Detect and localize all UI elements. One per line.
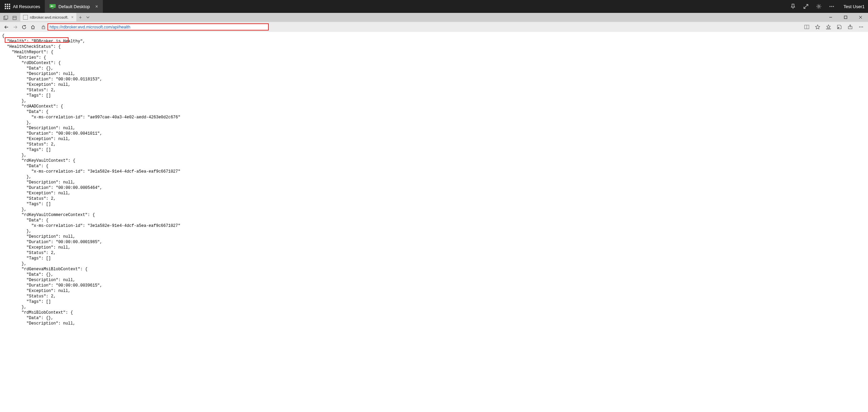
svg-rect-3 [5, 6, 6, 7]
json-response-body: { "Health": "RDBroker is Healthy", "Heal… [0, 32, 868, 328]
rd-tab-all-resources[interactable]: All Resources [0, 0, 45, 13]
rd-bar-right: Test User1 [790, 0, 868, 13]
apps-grid-icon [5, 4, 10, 9]
page-viewport[interactable]: { "Health": "RDBroker is Healthy", "Heal… [0, 32, 868, 412]
tabs-dropdown-icon[interactable] [84, 13, 91, 21]
refresh-button[interactable] [20, 23, 29, 32]
svg-point-12 [818, 6, 819, 7]
favorite-star-icon[interactable] [814, 23, 821, 31]
svg-rect-10 [52, 8, 54, 9]
lock-icon[interactable] [39, 23, 48, 31]
browser-tabstrip: rdbroker.wvd.microsoft. × + [0, 13, 868, 22]
home-button[interactable] [29, 23, 37, 32]
svg-point-14 [831, 6, 832, 7]
desktop-icon [50, 4, 56, 9]
maximize-button[interactable] [838, 13, 853, 22]
more-icon[interactable] [829, 3, 835, 9]
window-controls [823, 13, 868, 22]
svg-point-23 [861, 26, 862, 27]
svg-rect-18 [13, 16, 16, 20]
addrbar-right-icons [803, 23, 866, 31]
browser-tab[interactable]: rdbroker.wvd.microsoft. × [20, 13, 76, 22]
rd-tab-all-label: All Resources [13, 4, 40, 9]
svg-rect-2 [9, 4, 10, 5]
svg-point-22 [859, 26, 860, 27]
expand-icon[interactable] [803, 3, 809, 9]
svg-rect-0 [5, 4, 6, 5]
remote-desktop-bar: All Resources Default Desktop × Test Use… [0, 0, 868, 13]
favorites-bar-icon[interactable] [825, 23, 832, 31]
svg-rect-8 [9, 8, 10, 9]
svg-rect-6 [5, 8, 6, 9]
svg-rect-26 [844, 16, 847, 19]
reading-view-icon[interactable] [803, 23, 810, 31]
forward-button[interactable] [11, 23, 20, 32]
page-icon [23, 15, 28, 20]
address-input[interactable] [50, 25, 267, 30]
back-button[interactable] [2, 23, 11, 32]
rd-user-label[interactable]: Test User1 [844, 4, 865, 9]
gear-icon[interactable] [816, 3, 822, 9]
share-icon[interactable] [846, 23, 854, 31]
rd-tab-close-icon[interactable]: × [95, 4, 98, 9]
browser-tab-title: rdbroker.wvd.microsoft. [30, 15, 69, 19]
svg-point-15 [833, 6, 834, 7]
browser-address-bar [0, 22, 868, 32]
pin-icon[interactable] [790, 3, 796, 9]
svg-rect-4 [7, 6, 8, 7]
tab-close-icon[interactable]: × [69, 15, 74, 20]
svg-rect-17 [5, 16, 8, 19]
svg-point-13 [829, 6, 830, 7]
svg-rect-5 [9, 6, 10, 7]
set-aside-tabs-button[interactable] [2, 14, 10, 22]
svg-rect-1 [7, 4, 8, 5]
browser-more-icon[interactable] [857, 23, 865, 31]
url-box [39, 23, 801, 31]
rd-tab-desktop-label: Default Desktop [58, 4, 90, 9]
browser-chrome: rdbroker.wvd.microsoft. × + [0, 13, 868, 32]
rd-tab-default-desktop[interactable]: Default Desktop × [45, 0, 103, 13]
url-highlight-box [48, 23, 269, 31]
show-tabs-button[interactable] [11, 14, 18, 22]
svg-rect-19 [42, 27, 45, 29]
svg-point-24 [862, 26, 863, 27]
notes-icon[interactable] [835, 23, 843, 31]
new-tab-button[interactable]: + [76, 13, 84, 21]
svg-rect-7 [7, 8, 8, 9]
minimize-button[interactable] [823, 13, 838, 22]
close-button[interactable] [853, 13, 868, 22]
